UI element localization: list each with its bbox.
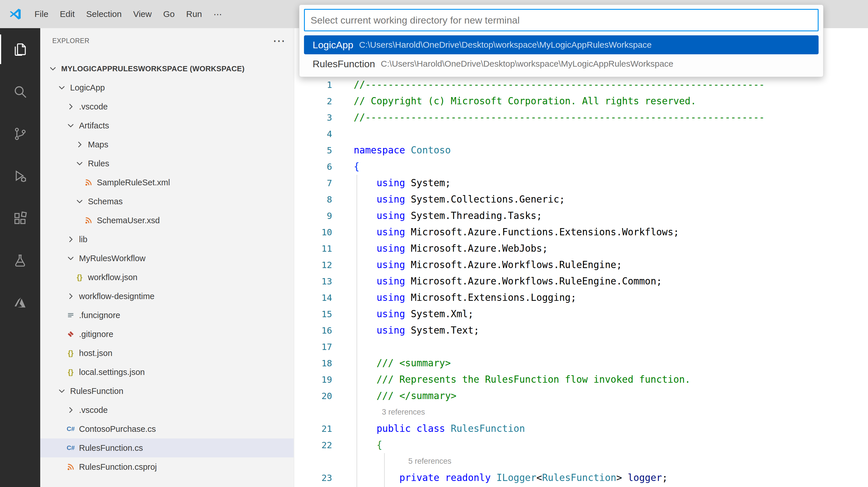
tree-item-label: Rules <box>88 159 109 169</box>
tree-item[interactable]: MyRulesWorkflow <box>40 249 293 268</box>
quick-pick-item[interactable]: LogicAppC:\Users\Harold\OneDrive\Desktop… <box>304 35 818 54</box>
tree-item[interactable]: C#RulesFunction.cs <box>40 438 293 457</box>
tree-item-label: Maps <box>88 140 108 149</box>
menu-selection[interactable]: Selection <box>81 0 127 28</box>
tree-item[interactable]: .gitignore <box>40 325 293 344</box>
menu-edit[interactable]: Edit <box>54 0 81 28</box>
code-line[interactable]: 22 { <box>294 437 868 453</box>
tree-item[interactable]: Rules <box>40 154 293 173</box>
code-line[interactable]: 3//-------------------------------------… <box>294 109 868 126</box>
code-line[interactable]: 10 using Microsoft.Azure.Functions.Exten… <box>294 224 868 240</box>
line-number: 4 <box>294 129 332 139</box>
chevron-right-icon <box>65 406 76 414</box>
tree-item-label: SchemaUser.xsd <box>97 216 160 225</box>
menu-overflow-button[interactable]: ⋯ <box>208 0 228 28</box>
tree-item-label: RulesFunction <box>70 387 123 396</box>
tree-item[interactable]: {}workflow.json <box>40 268 293 287</box>
tree-item[interactable]: {}host.json <box>40 344 293 363</box>
code-line[interactable]: 20 /// </summary> <box>294 388 868 404</box>
code-line[interactable]: 13 using Microsoft.Azure.Workflows.RuleE… <box>294 273 868 289</box>
tree-item[interactable]: Schemas <box>40 192 293 211</box>
chevron-down-icon <box>56 387 67 395</box>
code-text: //--------------------------------------… <box>332 112 765 123</box>
code-line[interactable]: 23 private readonly ILogger<RulesFunctio… <box>294 469 868 486</box>
code-line[interactable]: 9 using System.Threading.Tasks; <box>294 208 868 224</box>
code-text: { <box>332 439 382 451</box>
code-line[interactable]: 11 using Microsoft.Azure.WebJobs; <box>294 240 868 256</box>
activity-item-search[interactable] <box>0 70 40 113</box>
quick-pick-item[interactable]: RulesFunctionC:\Users\Harold\OneDrive\De… <box>304 54 818 73</box>
tree-item-label: MYLOGICAPPRULESWORKSPACE (WORKSPACE) <box>61 64 245 73</box>
code-line[interactable]: 5namespace Contoso <box>294 142 868 158</box>
chevron-down-icon <box>74 197 85 206</box>
codelens-references[interactable]: 5 references <box>408 457 452 466</box>
vscode-logo-icon <box>9 7 22 21</box>
code-text: using Microsoft.Extensions.Logging; <box>332 292 577 303</box>
line-number: 14 <box>294 293 332 303</box>
code-line[interactable]: 1//-------------------------------------… <box>294 77 868 93</box>
tree-item[interactable]: C#ContosoPurchase.cs <box>40 420 293 438</box>
code-line[interactable]: 12 using Microsoft.Azure.Workflows.RuleE… <box>294 256 868 273</box>
activity-item-source-control[interactable] <box>0 113 40 155</box>
menu-file[interactable]: File <box>29 0 54 28</box>
menu-view[interactable]: View <box>127 0 157 28</box>
code-text: { <box>332 161 360 172</box>
tree-item[interactable]: RulesFunction.csproj <box>40 457 293 476</box>
code-line[interactable]: 15 using System.Xml; <box>294 306 868 322</box>
tree-item[interactable]: RulesFunction <box>40 382 293 400</box>
code-line[interactable]: 14 using Microsoft.Extensions.Logging; <box>294 289 868 306</box>
code-line[interactable]: 2// Copyright (c) Microsoft Corporation.… <box>294 93 868 109</box>
menu-go[interactable]: Go <box>157 0 180 28</box>
code-text: namespace Contoso <box>332 145 451 156</box>
tree-item[interactable]: .vscode <box>40 400 293 420</box>
activity-item-extensions[interactable] <box>0 197 40 239</box>
tree-item[interactable]: Artifacts <box>40 116 293 135</box>
code-text: using Microsoft.Azure.Workflows.RuleEngi… <box>332 259 622 270</box>
tree-item-label: RulesFunction.cs <box>79 443 143 453</box>
code-line[interactable]: 7 using System; <box>294 175 868 191</box>
code-line[interactable]: 24 <box>294 486 868 487</box>
tree-item-label: Schemas <box>88 197 123 206</box>
activity-item-run-and-debug[interactable] <box>0 155 40 197</box>
explorer-title: EXPLORER <box>52 37 89 45</box>
code-line[interactable]: 19 /// Represents the RulesFunction flow… <box>294 371 868 388</box>
activity-item-azure[interactable] <box>0 281 40 324</box>
xml-icon <box>83 216 94 225</box>
explorer-sidebar: EXPLORER ⋯ MYLOGICAPPRULESWORKSPACE (WOR… <box>40 28 294 487</box>
json-icon: {} <box>74 273 85 281</box>
code-line[interactable]: 4 <box>294 126 868 142</box>
tree-item-label: .vscode <box>79 102 108 112</box>
tree-item[interactable]: .vscode <box>40 97 293 116</box>
code-line[interactable]: 18 /// <summary> <box>294 355 868 371</box>
code-line[interactable]: 8 using System.Collections.Generic; <box>294 191 868 208</box>
tree-item[interactable]: Maps <box>40 135 293 154</box>
explorer-more-actions-button[interactable]: ⋯ <box>273 34 285 47</box>
file-tree: MYLOGICAPPRULESWORKSPACE (WORKSPACE)Logi… <box>40 59 293 476</box>
quick-pick-input[interactable] <box>304 9 818 31</box>
tree-item[interactable]: SampleRuleSet.xml <box>40 173 293 192</box>
code-line[interactable]: 16 using System.Text; <box>294 322 868 338</box>
code-line[interactable]: 6{ <box>294 158 868 175</box>
tree-item[interactable]: MYLOGICAPPRULESWORKSPACE (WORKSPACE) <box>40 59 293 78</box>
code-line[interactable]: 17 <box>294 338 868 355</box>
editor[interactable]: 1//-------------------------------------… <box>294 28 868 487</box>
activity-bar <box>0 28 40 487</box>
tree-item[interactable]: workflow-designtime <box>40 287 293 306</box>
tree-item[interactable]: {}local.settings.json <box>40 363 293 382</box>
tree-item[interactable]: SchemaUser.xsd <box>40 211 293 230</box>
tree-item[interactable]: lib <box>40 230 293 249</box>
codelens-references[interactable]: 3 references <box>382 408 425 417</box>
tree-item[interactable]: .funcignore <box>40 306 293 325</box>
tree-item[interactable]: LogicApp <box>40 78 293 97</box>
ignore-icon <box>65 311 76 319</box>
code-text: using System.Collections.Generic; <box>332 194 565 205</box>
vscode-window: FileEditSelectionViewGoRun⋯ EXPLORER ⋯ M… <box>0 0 868 487</box>
activity-item-explorer[interactable] <box>0 28 40 70</box>
activity-item-testing[interactable] <box>0 239 40 281</box>
menu-run[interactable]: Run <box>180 0 208 28</box>
menu-bar: FileEditSelectionViewGoRun⋯ <box>29 0 228 28</box>
code-text: /// <summary> <box>332 358 451 369</box>
code-line[interactable]: 21 public class RulesFunction <box>294 420 868 437</box>
code-text: using System; <box>332 177 451 188</box>
source-control-icon <box>12 126 28 142</box>
